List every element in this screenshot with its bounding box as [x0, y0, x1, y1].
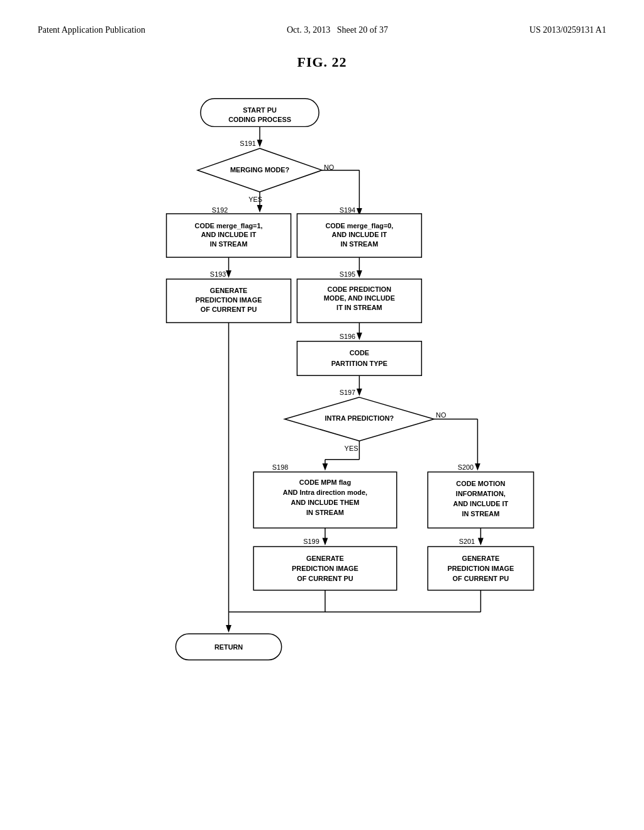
svg-text:START PU: START PU — [243, 106, 277, 114]
svg-text:IN STREAM: IN STREAM — [462, 510, 499, 517]
svg-text:NO: NO — [436, 411, 446, 419]
svg-text:S199: S199 — [303, 538, 319, 545]
svg-text:S193: S193 — [210, 270, 226, 278]
svg-text:S200: S200 — [458, 463, 474, 471]
svg-text:OF CURRENT PU: OF CURRENT PU — [201, 306, 257, 313]
header-publication: Patent Application Publication — [38, 25, 145, 35]
svg-text:PREDICTION IMAGE: PREDICTION IMAGE — [292, 565, 358, 572]
svg-text:AND INCLUDE THEM: AND INCLUDE THEM — [291, 499, 360, 506]
svg-text:CODE merge_flag=0,: CODE merge_flag=0, — [325, 222, 393, 230]
svg-text:AND Intra direction mode,: AND Intra direction mode, — [283, 489, 367, 496]
svg-text:CODE merge_flag=1,: CODE merge_flag=1, — [195, 222, 263, 230]
svg-text:PREDICTION IMAGE: PREDICTION IMAGE — [196, 296, 262, 304]
svg-rect-36 — [297, 341, 421, 375]
svg-text:MERGING MODE?: MERGING MODE? — [230, 166, 290, 174]
svg-text:S197: S197 — [340, 389, 355, 396]
svg-text:S198: S198 — [272, 463, 288, 471]
svg-text:CODE PREDICTION: CODE PREDICTION — [328, 285, 392, 293]
svg-text:CODING PROCESS: CODING PROCESS — [228, 116, 291, 123]
page: Patent Application Publication Oct. 3, 2… — [0, 0, 644, 830]
svg-text:IT IN STREAM: IT IN STREAM — [336, 304, 382, 311]
svg-text:IN STREAM: IN STREAM — [210, 240, 248, 248]
svg-text:S191: S191 — [240, 140, 255, 147]
svg-text:S195: S195 — [340, 270, 355, 278]
svg-text:AND INCLUDE IT: AND INCLUDE IT — [453, 500, 509, 507]
svg-text:S201: S201 — [459, 538, 475, 545]
svg-text:MODE, AND INCLUDE: MODE, AND INCLUDE — [324, 294, 395, 302]
header-date-sheet: Oct. 3, 2013 Sheet 20 of 37 — [287, 25, 388, 35]
svg-text:GENERATE: GENERATE — [306, 555, 344, 562]
svg-text:S196: S196 — [340, 333, 355, 340]
page-header: Patent Application Publication Oct. 3, 2… — [38, 25, 606, 35]
svg-text:CODE MOTION: CODE MOTION — [456, 480, 505, 487]
svg-text:CODE MPM flag: CODE MPM flag — [299, 479, 351, 486]
svg-text:YES: YES — [345, 445, 358, 452]
header-patent-number: US 2013/0259131 A1 — [530, 25, 606, 35]
svg-text:GENERATE: GENERATE — [462, 555, 500, 562]
svg-text:NO: NO — [324, 163, 334, 171]
figure-title: FIG. 22 — [38, 54, 606, 70]
svg-text:GENERATE: GENERATE — [210, 287, 248, 294]
svg-text:INFORMATION,: INFORMATION, — [456, 490, 506, 497]
svg-text:IN STREAM: IN STREAM — [306, 509, 344, 516]
svg-text:PREDICTION IMAGE: PREDICTION IMAGE — [447, 565, 514, 572]
svg-text:PARTITION TYPE: PARTITION TYPE — [331, 360, 387, 367]
svg-text:INTRA PREDICTION?: INTRA PREDICTION? — [325, 414, 394, 422]
svg-text:CODE: CODE — [350, 349, 369, 357]
svg-text:IN STREAM: IN STREAM — [340, 240, 378, 248]
flowchart-container: START PU CODING PROCESS S191 MERGING MOD… — [38, 89, 606, 687]
svg-text:OF CURRENT PU: OF CURRENT PU — [453, 575, 509, 582]
svg-text:AND INCLUDE IT: AND INCLUDE IT — [332, 231, 387, 238]
svg-text:S194: S194 — [340, 206, 355, 214]
svg-text:S192: S192 — [212, 206, 228, 214]
svg-text:AND INCLUDE IT: AND INCLUDE IT — [201, 231, 257, 238]
flowchart: START PU CODING PROCESS S191 MERGING MOD… — [77, 89, 567, 687]
svg-text:RETURN: RETURN — [214, 643, 243, 651]
svg-text:OF CURRENT PU: OF CURRENT PU — [297, 575, 353, 582]
